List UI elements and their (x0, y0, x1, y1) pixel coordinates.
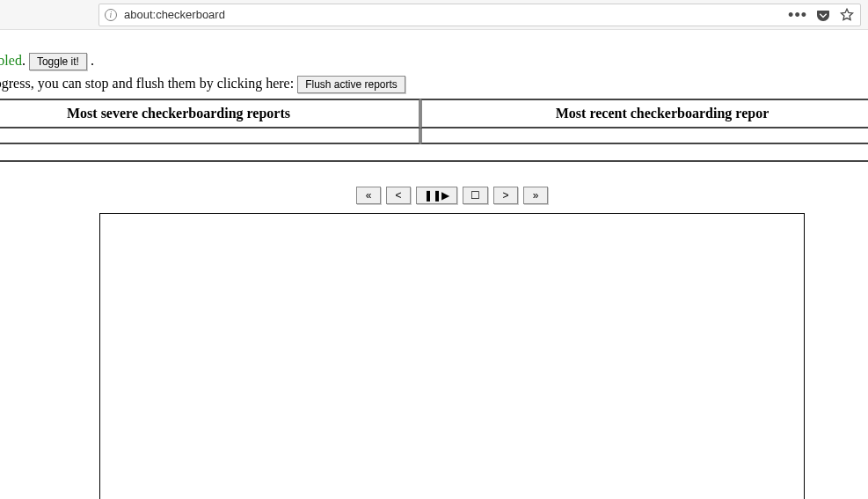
urlbar-actions: ••• (788, 7, 855, 23)
status-line: ding is enabled. Toggle it! . (0, 53, 868, 70)
browser-chrome: i about:checkerboard ••• (0, 0, 868, 30)
info-icon[interactable]: i (105, 9, 117, 21)
flush-button[interactable]: Flush active reports (297, 76, 405, 93)
player-controls: « < ❚❚▶ ☐ > » (0, 187, 868, 204)
next-button[interactable]: > (493, 187, 518, 204)
pocket-icon[interactable] (816, 8, 830, 22)
recent-cell (420, 128, 868, 144)
rewind-button[interactable]: « (356, 187, 381, 204)
recent-header: Most recent checkerboarding repor (420, 99, 868, 128)
stop-button[interactable]: ☐ (463, 187, 488, 204)
trace-canvas (99, 213, 805, 499)
severe-header: Most severe checkerboarding reports (0, 99, 420, 128)
status-value: enabled (0, 53, 22, 68)
ffwd-button[interactable]: » (523, 187, 548, 204)
severe-cell (0, 128, 420, 144)
page-content: ding is enabled. Toggle it! . ports in p… (0, 30, 868, 499)
prev-button[interactable]: < (386, 187, 411, 204)
reports-table: Most severe checkerboarding reports Most… (0, 99, 868, 144)
flush-line: ports in progress, you can stop and flus… (0, 76, 868, 93)
divider (0, 160, 868, 162)
bookmark-star-icon[interactable] (839, 7, 855, 23)
url-text: about:checkerboard (124, 8, 225, 21)
url-bar[interactable]: i about:checkerboard ••• (98, 4, 861, 26)
toggle-button[interactable]: Toggle it! (29, 53, 87, 70)
canvas-wrap (0, 213, 868, 499)
playpause-button[interactable]: ❚❚▶ (416, 187, 457, 204)
